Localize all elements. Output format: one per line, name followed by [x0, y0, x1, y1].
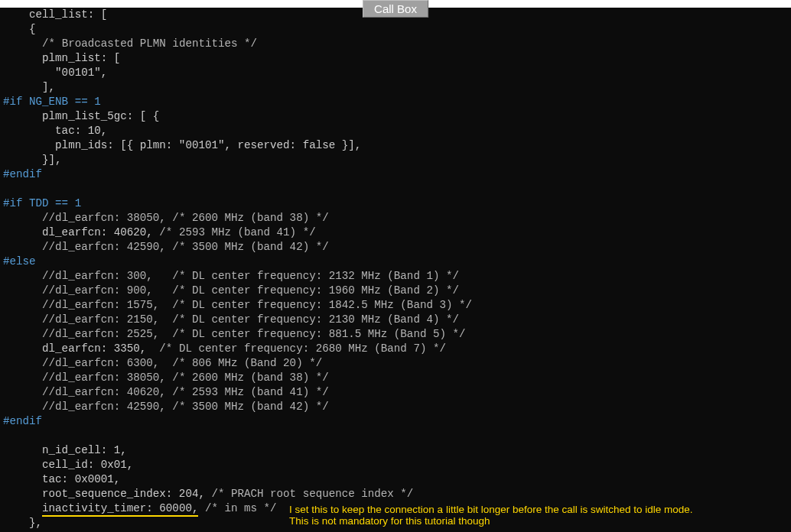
code-comment: /* PRACH root sequence index */	[211, 488, 413, 500]
code-comment: //dl_earfcn: 38050, /* 2600 MHz (band 38…	[42, 212, 329, 224]
code-comment: //dl_earfcn: 300, /* DL center frequency…	[42, 270, 459, 282]
code-line: plmn_list: [	[3, 52, 120, 64]
code-line: }],	[3, 154, 62, 166]
code-comment: /* 2593 MHz (band 41) */	[159, 226, 315, 238]
code-comment: //dl_earfcn: 40620, /* 2593 MHz (band 41…	[42, 386, 329, 398]
code-line	[3, 270, 42, 282]
code-line: plmn_list_5gc: [ {	[3, 110, 159, 122]
code-comment: //dl_earfcn: 38050, /* 2600 MHz (band 38…	[42, 371, 329, 384]
code-line	[3, 212, 42, 224]
preproc: #else	[3, 255, 36, 268]
code-line: dl_earfcn: 3350,	[3, 342, 159, 355]
code-line: plmn_ids: [{ plmn: "00101", reserved: fa…	[3, 139, 361, 151]
code-line: n_id_cell: 1,	[3, 444, 127, 456]
code-line	[3, 284, 42, 297]
code-comment: //dl_earfcn: 1575, /* DL center frequenc…	[42, 299, 472, 311]
code-line: cell_list: [	[3, 8, 107, 21]
code-comment: //dl_earfcn: 2150, /* DL center frequenc…	[42, 313, 459, 326]
code-line: },	[3, 517, 42, 529]
code-comment: //dl_earfcn: 900, /* DL center frequency…	[42, 284, 459, 297]
code-comment: //dl_earfcn: 2525, /* DL center frequenc…	[42, 328, 465, 340]
code-comment: /* in ms */	[205, 502, 277, 514]
annotation-line: This is not mandatory for this tutorial …	[289, 515, 763, 527]
code-line	[198, 502, 205, 514]
preproc: #endif	[3, 168, 42, 180]
code-comment: /* Broadcasted PLMN identities */	[42, 37, 257, 50]
code-line	[3, 401, 42, 413]
code-line	[3, 299, 42, 311]
code-line	[3, 313, 42, 326]
code-line: tac: 10,	[3, 125, 107, 137]
code-comment: //dl_earfcn: 42590, /* 3500 MHz (band 42…	[42, 401, 329, 413]
code-line: dl_earfcn: 40620,	[3, 226, 159, 238]
code-comment: //dl_earfcn: 6300, /* 806 MHz (Band 20) …	[42, 357, 322, 369]
code-line	[3, 357, 42, 369]
code-line	[3, 328, 42, 340]
code-line	[3, 371, 42, 384]
highlighted-setting: inactivity_timer: 60000,	[42, 502, 198, 517]
annotation-callout: I set this to keep the connection a litt…	[289, 504, 763, 527]
code-line: cell_id: 0x01,	[3, 459, 133, 471]
annotation-line: I set this to keep the connection a litt…	[289, 504, 763, 515]
code-comment: //dl_earfcn: 42590, /* 3500 MHz (band 42…	[42, 241, 329, 253]
code-line	[3, 241, 42, 253]
code-line: ],	[3, 81, 55, 93]
code-line	[3, 502, 42, 514]
code-line: tac: 0x0001,	[3, 473, 120, 485]
preproc: #if NG_ENB == 1	[3, 96, 101, 108]
code-line: root_sequence_index: 204,	[3, 488, 211, 500]
call-box-button[interactable]: Call Box	[363, 0, 428, 18]
code-block: cell_list: [ { /* Broadcasted PLMN ident…	[0, 8, 791, 532]
preproc: #endif	[3, 415, 42, 427]
code-comment: /* DL center frequency: 2680 MHz (Band 7…	[159, 342, 446, 355]
code-line	[3, 37, 42, 50]
preproc: #if TDD == 1	[3, 197, 81, 209]
code-line	[3, 386, 42, 398]
code-line: "00101",	[3, 66, 107, 79]
code-line: {	[3, 23, 36, 35]
